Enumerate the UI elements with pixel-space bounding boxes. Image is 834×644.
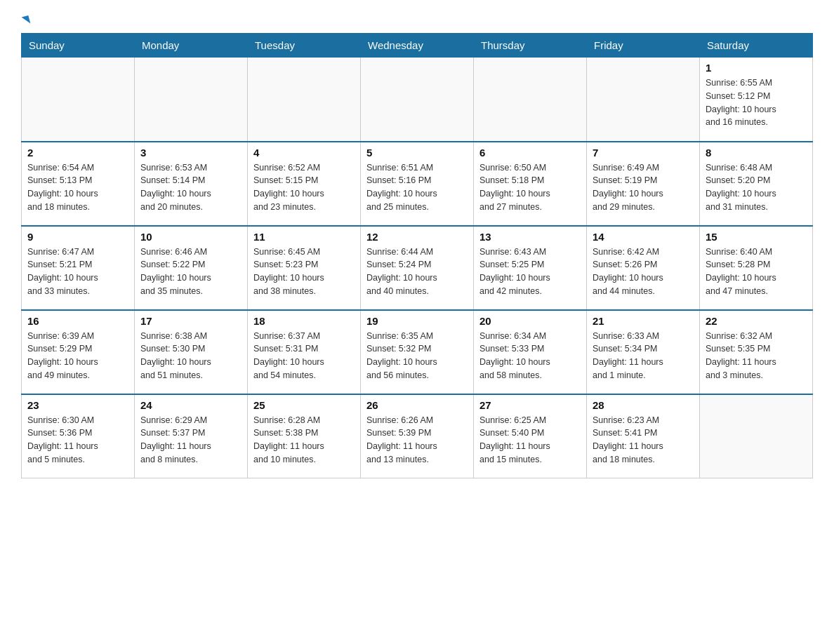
calendar-day-cell: 24Sunrise: 6:29 AMSunset: 5:37 PMDayligh… — [135, 394, 248, 478]
day-info: Sunrise: 6:34 AMSunset: 5:33 PMDaylight:… — [479, 330, 581, 382]
day-info: Sunrise: 6:39 AMSunset: 5:29 PMDaylight:… — [27, 330, 128, 382]
day-info: Sunrise: 6:29 AMSunset: 5:37 PMDaylight:… — [140, 414, 241, 467]
day-number: 19 — [366, 315, 468, 327]
day-number: 22 — [706, 315, 807, 327]
day-info: Sunrise: 6:23 AMSunset: 5:41 PMDaylight:… — [593, 414, 694, 467]
calendar-day-cell: 14Sunrise: 6:42 AMSunset: 5:26 PMDayligh… — [587, 226, 700, 310]
day-info: Sunrise: 6:43 AMSunset: 5:25 PMDaylight:… — [479, 246, 581, 298]
day-number: 20 — [479, 315, 581, 327]
day-info: Sunrise: 6:26 AMSunset: 5:39 PMDaylight:… — [366, 414, 468, 467]
calendar-header-monday: Monday — [135, 34, 248, 58]
calendar-day-cell — [474, 58, 587, 142]
calendar-day-cell — [361, 58, 474, 142]
day-number: 27 — [479, 399, 581, 411]
day-info: Sunrise: 6:49 AMSunset: 5:19 PMDaylight:… — [593, 161, 694, 214]
day-info: Sunrise: 6:47 AMSunset: 5:21 PMDaylight:… — [27, 246, 128, 298]
day-number: 28 — [593, 399, 694, 411]
day-info: Sunrise: 6:54 AMSunset: 5:13 PMDaylight:… — [27, 161, 128, 214]
day-info: Sunrise: 6:25 AMSunset: 5:40 PMDaylight:… — [479, 414, 581, 467]
day-info: Sunrise: 6:28 AMSunset: 5:38 PMDaylight:… — [253, 414, 355, 467]
calendar-day-cell — [700, 394, 813, 478]
day-info: Sunrise: 6:46 AMSunset: 5:22 PMDaylight:… — [140, 246, 241, 298]
day-info: Sunrise: 6:52 AMSunset: 5:15 PMDaylight:… — [253, 161, 355, 214]
calendar-day-cell: 15Sunrise: 6:40 AMSunset: 5:28 PMDayligh… — [700, 226, 813, 310]
day-number: 11 — [253, 231, 355, 243]
calendar-day-cell: 11Sunrise: 6:45 AMSunset: 5:23 PMDayligh… — [248, 226, 361, 310]
day-number: 7 — [593, 147, 694, 159]
day-number: 10 — [140, 231, 241, 243]
calendar-day-cell: 3Sunrise: 6:53 AMSunset: 5:14 PMDaylight… — [135, 142, 248, 226]
calendar-header-sunday: Sunday — [22, 34, 135, 58]
calendar-day-cell — [135, 58, 248, 142]
calendar-day-cell: 1Sunrise: 6:55 AMSunset: 5:12 PMDaylight… — [700, 58, 813, 142]
calendar-day-cell: 12Sunrise: 6:44 AMSunset: 5:24 PMDayligh… — [361, 226, 474, 310]
day-info: Sunrise: 6:37 AMSunset: 5:31 PMDaylight:… — [253, 330, 355, 382]
day-info: Sunrise: 6:33 AMSunset: 5:34 PMDaylight:… — [593, 330, 694, 382]
day-number: 4 — [253, 147, 355, 159]
calendar-day-cell: 5Sunrise: 6:51 AMSunset: 5:16 PMDaylight… — [361, 142, 474, 226]
day-number: 24 — [140, 399, 241, 411]
calendar-day-cell: 19Sunrise: 6:35 AMSunset: 5:32 PMDayligh… — [361, 310, 474, 394]
calendar-week-row: 2Sunrise: 6:54 AMSunset: 5:13 PMDaylight… — [22, 142, 813, 226]
calendar-day-cell: 27Sunrise: 6:25 AMSunset: 5:40 PMDayligh… — [474, 394, 587, 478]
day-number: 15 — [706, 231, 807, 243]
calendar-day-cell: 4Sunrise: 6:52 AMSunset: 5:15 PMDaylight… — [248, 142, 361, 226]
calendar-day-cell — [248, 58, 361, 142]
page-header — [21, 14, 813, 26]
calendar-day-cell: 6Sunrise: 6:50 AMSunset: 5:18 PMDaylight… — [474, 142, 587, 226]
calendar-day-cell: 10Sunrise: 6:46 AMSunset: 5:22 PMDayligh… — [135, 226, 248, 310]
calendar-week-row: 1Sunrise: 6:55 AMSunset: 5:12 PMDaylight… — [22, 58, 813, 142]
logo — [21, 14, 29, 26]
calendar-day-cell: 2Sunrise: 6:54 AMSunset: 5:13 PMDaylight… — [22, 142, 135, 226]
day-info: Sunrise: 6:30 AMSunset: 5:36 PMDaylight:… — [27, 414, 128, 467]
calendar-day-cell — [587, 58, 700, 142]
calendar-day-cell: 17Sunrise: 6:38 AMSunset: 5:30 PMDayligh… — [135, 310, 248, 394]
day-number: 14 — [593, 231, 694, 243]
calendar-day-cell: 7Sunrise: 6:49 AMSunset: 5:19 PMDaylight… — [587, 142, 700, 226]
day-info: Sunrise: 6:50 AMSunset: 5:18 PMDaylight:… — [479, 161, 581, 214]
day-number: 18 — [253, 315, 355, 327]
day-info: Sunrise: 6:42 AMSunset: 5:26 PMDaylight:… — [593, 246, 694, 298]
day-number: 25 — [253, 399, 355, 411]
calendar-header-tuesday: Tuesday — [248, 34, 361, 58]
calendar-header-thursday: Thursday — [474, 34, 587, 58]
day-number: 16 — [27, 315, 128, 327]
calendar-week-row: 9Sunrise: 6:47 AMSunset: 5:21 PMDaylight… — [22, 226, 813, 310]
day-info: Sunrise: 6:53 AMSunset: 5:14 PMDaylight:… — [140, 161, 241, 214]
day-info: Sunrise: 6:44 AMSunset: 5:24 PMDaylight:… — [366, 246, 468, 298]
day-number: 21 — [593, 315, 694, 327]
calendar-header-row: SundayMondayTuesdayWednesdayThursdayFrid… — [22, 34, 813, 58]
day-info: Sunrise: 6:32 AMSunset: 5:35 PMDaylight:… — [706, 330, 807, 382]
day-number: 6 — [479, 147, 581, 159]
day-number: 12 — [366, 231, 468, 243]
calendar-day-cell: 26Sunrise: 6:26 AMSunset: 5:39 PMDayligh… — [361, 394, 474, 478]
day-number: 1 — [706, 62, 807, 74]
day-number: 23 — [27, 399, 128, 411]
calendar-day-cell — [22, 58, 135, 142]
day-info: Sunrise: 6:51 AMSunset: 5:16 PMDaylight:… — [366, 161, 468, 214]
calendar-day-cell: 22Sunrise: 6:32 AMSunset: 5:35 PMDayligh… — [700, 310, 813, 394]
calendar-day-cell: 16Sunrise: 6:39 AMSunset: 5:29 PMDayligh… — [22, 310, 135, 394]
calendar-day-cell: 9Sunrise: 6:47 AMSunset: 5:21 PMDaylight… — [22, 226, 135, 310]
calendar-day-cell: 13Sunrise: 6:43 AMSunset: 5:25 PMDayligh… — [474, 226, 587, 310]
calendar-header-friday: Friday — [587, 34, 700, 58]
day-number: 9 — [27, 231, 128, 243]
calendar-day-cell: 8Sunrise: 6:48 AMSunset: 5:20 PMDaylight… — [700, 142, 813, 226]
calendar-day-cell: 20Sunrise: 6:34 AMSunset: 5:33 PMDayligh… — [474, 310, 587, 394]
calendar-day-cell: 28Sunrise: 6:23 AMSunset: 5:41 PMDayligh… — [587, 394, 700, 478]
day-number: 5 — [366, 147, 468, 159]
day-number: 17 — [140, 315, 241, 327]
day-number: 3 — [140, 147, 241, 159]
calendar-header-wednesday: Wednesday — [361, 34, 474, 58]
day-info: Sunrise: 6:45 AMSunset: 5:23 PMDaylight:… — [253, 246, 355, 298]
calendar-week-row: 23Sunrise: 6:30 AMSunset: 5:36 PMDayligh… — [22, 394, 813, 478]
day-number: 2 — [27, 147, 128, 159]
calendar-day-cell: 23Sunrise: 6:30 AMSunset: 5:36 PMDayligh… — [22, 394, 135, 478]
day-number: 8 — [706, 147, 807, 159]
calendar-day-cell: 25Sunrise: 6:28 AMSunset: 5:38 PMDayligh… — [248, 394, 361, 478]
calendar-day-cell: 18Sunrise: 6:37 AMSunset: 5:31 PMDayligh… — [248, 310, 361, 394]
day-info: Sunrise: 6:40 AMSunset: 5:28 PMDaylight:… — [706, 246, 807, 298]
calendar-week-row: 16Sunrise: 6:39 AMSunset: 5:29 PMDayligh… — [22, 310, 813, 394]
day-info: Sunrise: 6:48 AMSunset: 5:20 PMDaylight:… — [706, 161, 807, 214]
calendar-day-cell: 21Sunrise: 6:33 AMSunset: 5:34 PMDayligh… — [587, 310, 700, 394]
